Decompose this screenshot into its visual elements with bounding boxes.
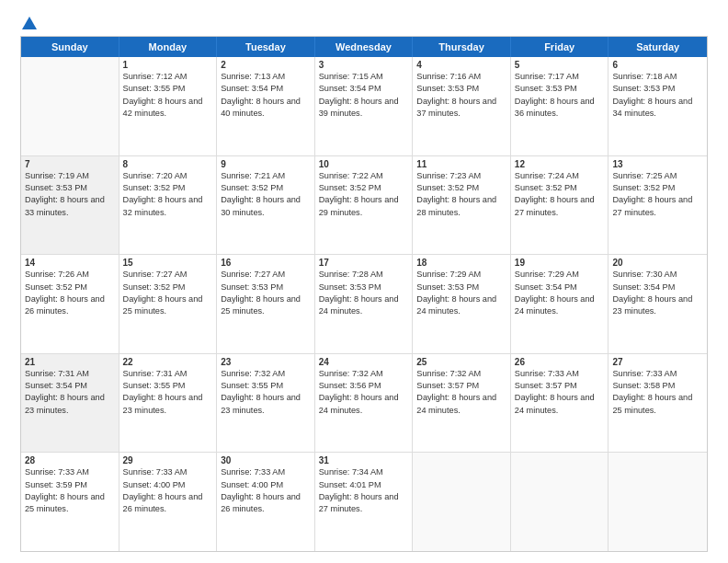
day-number: 5 <box>515 60 605 70</box>
sunrise-text: Sunrise: 7:33 AM <box>515 368 605 380</box>
sunset-text: Sunset: 3:52 PM <box>25 282 115 293</box>
day-number: 30 <box>221 455 311 465</box>
sunrise-text: Sunrise: 7:24 AM <box>515 170 605 182</box>
daylight-text: Daylight: 8 hours and 25 minutes. <box>25 491 115 516</box>
sunrise-text: Sunrise: 7:28 AM <box>319 269 409 281</box>
day-number: 15 <box>123 258 213 268</box>
day-number: 22 <box>123 357 213 367</box>
sunrise-text: Sunrise: 7:32 AM <box>319 368 409 380</box>
sunset-text: Sunset: 3:53 PM <box>319 282 409 293</box>
day-31: 31Sunrise: 7:34 AMSunset: 4:01 PMDayligh… <box>315 453 414 551</box>
sunrise-text: Sunrise: 7:33 AM <box>123 466 213 478</box>
calendar-header: SundayMondayTuesdayWednesdayThursdayFrid… <box>21 37 707 57</box>
sunrise-text: Sunrise: 7:29 AM <box>515 269 605 281</box>
calendar-body: 1Sunrise: 7:12 AMSunset: 3:55 PMDaylight… <box>21 57 707 551</box>
daylight-text: Daylight: 8 hours and 27 minutes. <box>319 491 409 516</box>
day-28: 28Sunrise: 7:33 AMSunset: 3:59 PMDayligh… <box>21 453 119 551</box>
calendar-row-2: 14Sunrise: 7:26 AMSunset: 3:52 PMDayligh… <box>21 254 707 353</box>
day-26: 26Sunrise: 7:33 AMSunset: 3:57 PMDayligh… <box>511 354 609 453</box>
daylight-text: Daylight: 8 hours and 33 minutes. <box>25 194 115 219</box>
day-11: 11Sunrise: 7:23 AMSunset: 3:52 PMDayligh… <box>413 156 511 255</box>
daylight-text: Daylight: 8 hours and 29 minutes. <box>319 194 409 219</box>
sunset-text: Sunset: 3:53 PM <box>25 182 115 194</box>
daylight-text: Daylight: 8 hours and 25 minutes. <box>123 293 213 318</box>
sunset-text: Sunset: 3:57 PM <box>416 380 506 392</box>
sunrise-text: Sunrise: 7:33 AM <box>25 466 115 478</box>
daylight-text: Daylight: 8 hours and 39 minutes. <box>319 96 409 121</box>
day-6: 6Sunrise: 7:18 AMSunset: 3:53 PMDaylight… <box>609 57 707 155</box>
day-20: 20Sunrise: 7:30 AMSunset: 3:54 PMDayligh… <box>609 255 707 353</box>
sunrise-text: Sunrise: 7:22 AM <box>319 170 409 182</box>
sunrise-text: Sunrise: 7:32 AM <box>416 368 506 380</box>
daylight-text: Daylight: 8 hours and 27 minutes. <box>612 194 703 219</box>
sunset-text: Sunset: 4:01 PM <box>319 479 409 491</box>
day-number: 8 <box>123 159 213 169</box>
daylight-text: Daylight: 8 hours and 23 minutes. <box>221 392 311 417</box>
daylight-text: Daylight: 8 hours and 30 minutes. <box>221 194 311 219</box>
header-saturday: Saturday <box>609 37 707 57</box>
sunset-text: Sunset: 3:52 PM <box>416 182 506 194</box>
sunset-text: Sunset: 3:52 PM <box>123 282 213 293</box>
day-12: 12Sunrise: 7:24 AMSunset: 3:52 PMDayligh… <box>511 156 609 255</box>
daylight-text: Daylight: 8 hours and 37 minutes. <box>416 96 506 121</box>
sunrise-text: Sunrise: 7:23 AM <box>416 170 506 182</box>
daylight-text: Daylight: 8 hours and 25 minutes. <box>612 392 703 417</box>
day-number: 25 <box>416 357 506 367</box>
sunset-text: Sunset: 3:55 PM <box>123 83 213 95</box>
sunrise-text: Sunrise: 7:27 AM <box>123 269 213 281</box>
sunset-text: Sunset: 3:53 PM <box>221 282 311 293</box>
sunrise-text: Sunrise: 7:25 AM <box>612 170 703 182</box>
sunset-text: Sunset: 3:52 PM <box>515 182 605 194</box>
day-number: 20 <box>612 258 703 268</box>
calendar-row-4: 28Sunrise: 7:33 AMSunset: 3:59 PMDayligh… <box>21 452 707 551</box>
sunrise-text: Sunrise: 7:13 AM <box>221 71 311 83</box>
day-number: 3 <box>319 60 409 70</box>
day-number: 24 <box>319 357 409 367</box>
sunset-text: Sunset: 4:00 PM <box>221 479 311 491</box>
header-friday: Friday <box>511 37 609 57</box>
sunrise-text: Sunrise: 7:33 AM <box>612 368 703 380</box>
day-25: 25Sunrise: 7:32 AMSunset: 3:57 PMDayligh… <box>413 354 511 453</box>
day-number: 6 <box>612 60 703 70</box>
sunset-text: Sunset: 4:00 PM <box>123 479 213 491</box>
day-number: 14 <box>25 258 115 268</box>
day-3: 3Sunrise: 7:15 AMSunset: 3:54 PMDaylight… <box>315 57 414 155</box>
day-5: 5Sunrise: 7:17 AMSunset: 3:53 PMDaylight… <box>511 57 609 155</box>
daylight-text: Daylight: 8 hours and 32 minutes. <box>123 194 213 219</box>
day-4: 4Sunrise: 7:16 AMSunset: 3:53 PMDaylight… <box>413 57 511 155</box>
day-23: 23Sunrise: 7:32 AMSunset: 3:55 PMDayligh… <box>217 354 315 453</box>
day-number: 16 <box>221 258 311 268</box>
sunrise-text: Sunrise: 7:18 AM <box>612 71 703 83</box>
sunrise-text: Sunrise: 7:33 AM <box>221 466 311 478</box>
sunset-text: Sunset: 3:52 PM <box>612 182 703 194</box>
calendar-row-0: 1Sunrise: 7:12 AMSunset: 3:55 PMDaylight… <box>21 57 707 155</box>
empty-cell <box>413 453 511 551</box>
sunset-text: Sunset: 3:52 PM <box>221 182 311 194</box>
sunrise-text: Sunrise: 7:21 AM <box>221 170 311 182</box>
day-number: 23 <box>221 357 311 367</box>
daylight-text: Daylight: 8 hours and 23 minutes. <box>612 293 703 318</box>
sunrise-text: Sunrise: 7:12 AM <box>123 71 213 83</box>
calendar: SundayMondayTuesdayWednesdayThursdayFrid… <box>20 36 708 552</box>
day-10: 10Sunrise: 7:22 AMSunset: 3:52 PMDayligh… <box>315 156 414 255</box>
sunset-text: Sunset: 3:53 PM <box>416 282 506 293</box>
sunset-text: Sunset: 3:55 PM <box>221 380 311 392</box>
day-number: 12 <box>515 159 605 169</box>
day-18: 18Sunrise: 7:29 AMSunset: 3:53 PMDayligh… <box>413 255 511 353</box>
day-17: 17Sunrise: 7:28 AMSunset: 3:53 PMDayligh… <box>315 255 414 353</box>
day-24: 24Sunrise: 7:32 AMSunset: 3:56 PMDayligh… <box>315 354 414 453</box>
sunset-text: Sunset: 3:55 PM <box>123 380 213 392</box>
daylight-text: Daylight: 8 hours and 27 minutes. <box>515 194 605 219</box>
header-monday: Monday <box>119 37 218 57</box>
day-29: 29Sunrise: 7:33 AMSunset: 4:00 PMDayligh… <box>119 453 218 551</box>
day-15: 15Sunrise: 7:27 AMSunset: 3:52 PMDayligh… <box>119 255 218 353</box>
day-number: 18 <box>416 258 506 268</box>
sunset-text: Sunset: 3:59 PM <box>25 479 115 491</box>
calendar-row-1: 7Sunrise: 7:19 AMSunset: 3:53 PMDaylight… <box>21 155 707 255</box>
daylight-text: Daylight: 8 hours and 34 minutes. <box>612 96 703 121</box>
sunrise-text: Sunrise: 7:32 AM <box>221 368 311 380</box>
day-27: 27Sunrise: 7:33 AMSunset: 3:58 PMDayligh… <box>609 354 707 453</box>
sunset-text: Sunset: 3:53 PM <box>515 83 605 95</box>
sunrise-text: Sunrise: 7:17 AM <box>515 71 605 83</box>
sunset-text: Sunset: 3:56 PM <box>319 380 409 392</box>
